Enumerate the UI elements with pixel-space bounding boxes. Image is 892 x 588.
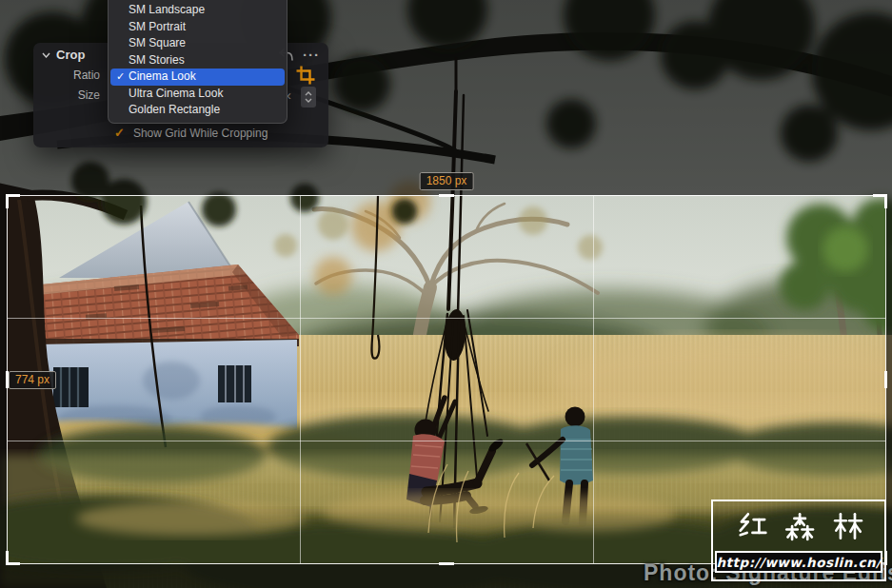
stepper-up-icon[interactable] — [305, 91, 312, 96]
menu-item-ultra-cinema-look[interactable]: Ultra Cinema Look — [110, 86, 285, 103]
crop-tool-icon[interactable] — [295, 65, 316, 86]
chevron-down-icon — [42, 52, 50, 58]
crop-width-badge: 1850 px — [420, 172, 474, 190]
crop-height-badge: 774 px — [9, 371, 56, 389]
size-label: Size — [33, 88, 100, 102]
stepper-down-icon[interactable] — [305, 98, 312, 103]
more-options-icon[interactable]: ··· — [303, 49, 320, 61]
panel-title: Crop — [56, 48, 85, 62]
crop-handle-bottom-left[interactable] — [6, 551, 20, 565]
menu-item-sm-stories[interactable]: SM Stories — [110, 52, 285, 69]
crop-handle-bottom[interactable] — [439, 562, 454, 565]
crop-handle-right[interactable] — [884, 371, 887, 388]
menu-item-golden-rectangle[interactable]: Golden Rectangle — [110, 102, 285, 119]
menu-item-cinema-look[interactable]: ✓ Cinema Look — [110, 69, 285, 86]
brand-logo — [728, 510, 869, 542]
size-stepper[interactable] — [301, 87, 316, 108]
grid-line-vertical-2 — [593, 196, 594, 563]
checkbox-checked-icon: ✓ — [114, 126, 125, 140]
ratio-label: Ratio — [33, 69, 100, 82]
crop-handle-top-left[interactable] — [6, 194, 20, 208]
show-grid-checkbox[interactable]: ✓ Show Grid While Cropping — [114, 126, 268, 140]
panel-header[interactable]: Crop — [42, 48, 85, 62]
photo-editor-window: 1850 px 774 px Crop ··· Ratio Size ‹ — [0, 0, 892, 588]
watermark-box: http://www.hoslin.cn/ — [711, 500, 886, 581]
menu-item-sm-landscape[interactable]: SM Landscape — [110, 2, 285, 19]
check-icon: ✓ — [116, 69, 125, 86]
menu-item-sm-portrait[interactable]: SM Portrait — [110, 19, 285, 36]
show-grid-label: Show Grid While Cropping — [133, 127, 268, 140]
crop-handle-top[interactable] — [439, 194, 454, 197]
grid-line-vertical-1 — [300, 196, 301, 563]
grid-line-horizontal-2 — [8, 441, 885, 441]
watermark-url: http://www.hoslin.cn/ — [715, 551, 882, 573]
crop-handle-top-right[interactable] — [873, 194, 887, 208]
ratio-dropdown-menu: SM Landscape SM Portrait SM Square SM St… — [108, 0, 287, 124]
menu-item-sm-square[interactable]: SM Square — [110, 35, 285, 52]
grid-line-horizontal-1 — [8, 318, 885, 319]
